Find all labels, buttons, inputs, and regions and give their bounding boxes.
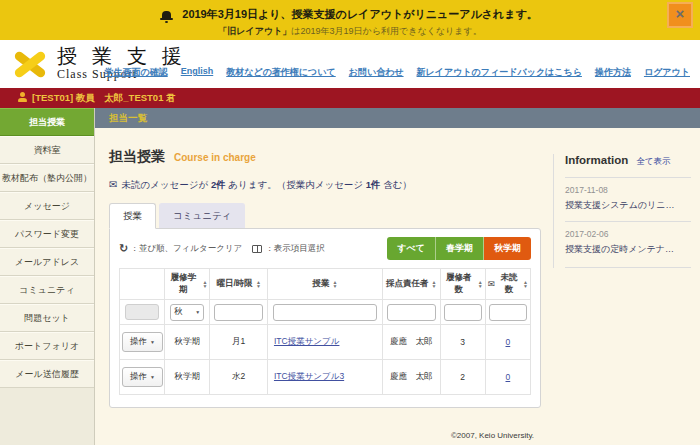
sidebar-item-materials[interactable]: 教材配布（塾内公開） [0,164,94,192]
main-content: 担当一覧 担当授業 Course in charge ✉未読のメッセージが 2件… [95,108,700,445]
user-bar: [TEST01] 教員 太郎_TEST01 君 [0,88,700,108]
refresh-legend: ：並び順、フィルタークリア [130,243,242,255]
sidebar-item-messages[interactable]: メッセージ [0,192,94,220]
term-filter-autumn[interactable]: 秋学期 [484,237,531,260]
list-item: 2017-11-08 授業支援システムのリニ… [565,177,691,221]
user-icon [18,92,27,102]
tab-bar: 授業 コミュニティ [109,203,541,228]
table-row: 操作▼ 秋学期 月1 ITC授業サンプル 慶應 太郎 3 0 [120,325,531,360]
info-date: 2017-02-06 [565,229,691,239]
cell-day: 水2 [210,360,268,395]
mail-icon: ✉ [488,279,495,289]
col-header-grader[interactable]: 採点責任者▲▼ [383,269,441,300]
filter-row: 秋▼ [120,300,531,325]
col-header-unread[interactable]: ✉未読数▲▼ [485,269,530,300]
top-nav: 学生画面の確認 English 教材などの著作権について お問い合わせ 新レイア… [105,66,691,79]
filter-students-input[interactable] [444,304,482,321]
sort-icon[interactable]: ▲▼ [333,280,338,288]
sort-icon[interactable]: ▲▼ [202,280,207,288]
sidebar-item-courses[interactable]: 担当授業 [0,108,94,136]
unread-count-link[interactable]: 0 [506,337,511,347]
sidebar-item-password[interactable]: パスワード変更 [0,220,94,248]
filter-course-input[interactable] [273,304,376,321]
tab-community[interactable]: コミュニティ [159,203,245,228]
unread-message-notice: ✉未読のメッセージが 2件 あります。（授業内メッセージ 1件 含む） [109,179,541,192]
information-title: Information [565,154,628,166]
row-action-button[interactable]: 操作▼ [122,367,163,387]
list-item: 2017-02-06 授業支援の定時メンテナ… [565,221,691,265]
filter-day-input[interactable] [214,304,263,321]
info-date: 2017-11-08 [565,185,691,195]
breadcrumb[interactable]: 担当一覧 [109,112,147,123]
show-all-link[interactable]: 全て表示 [636,156,670,168]
term-filter-group: すべて 春学期 秋学期 [387,237,531,260]
course-table: 履修学期▲▼ 曜日/時限▲▼ 授業▲▼ 採点責任者▲▼ 履修者数▲▼ ✉未読数▲… [119,268,531,395]
term-filter-spring[interactable]: 春学期 [436,237,484,260]
logo-x-icon [10,46,50,82]
sort-icon[interactable]: ▲▼ [523,280,528,288]
sidebar-item-community[interactable]: コミュニティ [0,276,94,304]
unread-course-count: 1件 [366,179,381,190]
col-header-action [120,269,165,300]
sidebar-item-question-set[interactable]: 問題セット [0,304,94,332]
row-action-button[interactable]: 操作▼ [122,332,163,352]
information-panel: Information 全て表示 2017-11-08 授業支援システムのリニ…… [553,154,691,268]
sidebar-item-portfolio[interactable]: ポートフォリオ [0,332,94,360]
course-link[interactable]: ITC授業サンプル [274,336,340,346]
term-filter-all[interactable]: すべて [387,237,436,260]
nav-contact[interactable]: お問い合わせ [349,66,404,79]
announcement-text: 2019年3月19日より、授業支援のレイアウトがリニューアルされます。 [182,8,537,20]
bell-icon [162,11,171,19]
header: 授 業 支 援 Class Support 学生画面の確認 English 教材… [0,40,700,88]
nav-english[interactable]: English [181,66,214,79]
announcement-line2: 「旧レイアウト」は2019年3月19日から利用できなくなります。 [0,25,700,38]
sidebar-item-email[interactable]: メールアドレス [0,248,94,276]
announcement-banner: 2019年3月19日より、授業支援のレイアウトがリニューアルされます。 「旧レイ… [0,0,700,40]
chevron-down-icon: ▼ [150,374,155,380]
page-subtitle: Course in charge [174,152,256,163]
tab-courses[interactable]: 授業 [109,203,156,229]
close-icon: × [676,5,685,22]
info-link[interactable]: 授業支援の定時メンテナ… [565,243,691,256]
mail-icon: ✉ [109,179,117,190]
cell-grader: 慶應 太郎 [383,360,441,395]
col-header-course[interactable]: 授業▲▼ [267,269,382,300]
course-link[interactable]: ITC授業サンプル3 [274,371,344,381]
nav-help[interactable]: 操作方法 [595,66,631,79]
sidebar-item-mail-history[interactable]: メール送信履歴 [0,360,94,388]
unread-count-link[interactable]: 0 [506,372,511,382]
cell-students: 2 [440,360,485,395]
table-row: 操作▼ 秋学期 水2 ITC授業サンプル3 慶應 太郎 2 0 [120,360,531,395]
cell-term: 秋学期 [165,360,210,395]
close-banner-button[interactable]: × [667,2,693,28]
nav-copyright-info[interactable]: 教材などの著作権について [226,66,335,79]
info-link[interactable]: 授業支援システムのリニ… [565,199,691,212]
filter-unread-input[interactable] [489,304,527,321]
nav-layout-feedback[interactable]: 新レイアウトのフィードバックはこちら [417,66,582,79]
user-name: [TEST01] 教員 太郎_TEST01 君 [32,92,176,103]
footer-copyright: ©2007, Keio University. [190,431,700,440]
filter-grader-input[interactable] [387,304,436,321]
sort-icon[interactable]: ▲▼ [256,280,261,288]
old-layout-label: 「旧レイアウト」 [218,26,291,36]
cell-term: 秋学期 [165,325,210,360]
sort-icon[interactable]: ▲▼ [432,280,437,288]
sidebar-item-library[interactable]: 資料室 [0,136,94,164]
col-header-students[interactable]: 履修者数▲▼ [440,269,485,300]
columns-icon[interactable] [252,245,262,253]
unread-count: 2件 [211,179,226,190]
col-header-day[interactable]: 曜日/時限▲▼ [210,269,268,300]
app-title: 授 業 支 援 [57,45,187,67]
col-header-term[interactable]: 履修学期▲▼ [165,269,210,300]
chevron-down-icon: ▼ [195,309,200,315]
filter-term-select[interactable]: 秋▼ [170,304,204,321]
chevron-down-icon: ▼ [150,339,155,345]
filter-action-disabled [125,304,159,320]
refresh-icon[interactable]: ↻ [119,242,128,255]
nav-student-view[interactable]: 学生画面の確認 [105,66,168,79]
announcement-line1: 2019年3月19日より、授業支援のレイアウトがリニューアルされます。 [0,0,700,22]
nav-logout[interactable]: ログアウト [644,66,690,79]
page-title: 担当授業 [109,148,165,166]
sort-icon[interactable]: ▲▼ [478,280,483,288]
cell-students: 3 [440,325,485,360]
